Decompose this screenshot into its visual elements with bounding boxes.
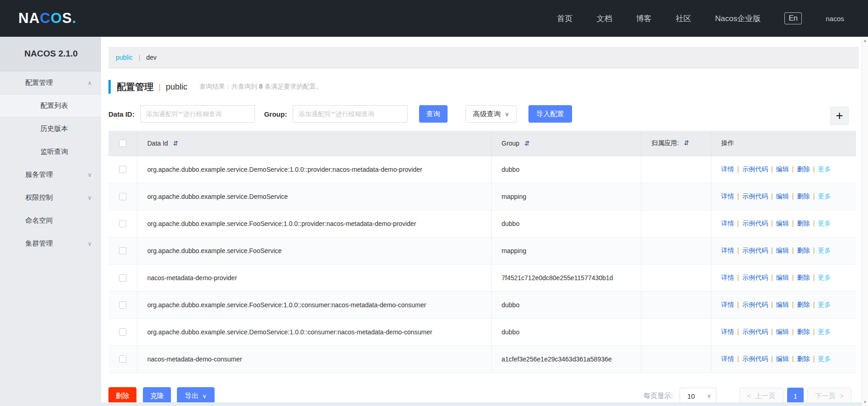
sidebar-item-label: 权限控制: [25, 193, 53, 202]
action-edit-link[interactable]: 编辑: [776, 274, 789, 281]
action-more-link[interactable]: 更多: [818, 192, 831, 200]
action-separator: |: [813, 247, 815, 254]
action-delete-link[interactable]: 删除: [797, 220, 810, 227]
add-config-button[interactable]: +: [830, 107, 849, 125]
query-button[interactable]: 查询: [419, 105, 448, 123]
nacos-logo[interactable]: NACOS.: [18, 10, 77, 27]
action-delete-link[interactable]: 删除: [797, 301, 810, 308]
action-example-code-link[interactable]: 示例代码: [742, 192, 768, 200]
action-detail-link[interactable]: 详情: [721, 328, 734, 335]
app-cell: [641, 264, 711, 291]
action-example-code-link[interactable]: 示例代码: [742, 328, 768, 335]
row-checkbox[interactable]: [119, 301, 126, 309]
action-delete-link[interactable]: 删除: [797, 355, 810, 362]
action-edit-link[interactable]: 编辑: [776, 301, 789, 308]
action-separator: |: [771, 247, 773, 254]
advanced-query-button[interactable]: 高级查询: [465, 105, 517, 123]
breadcrumb-namespace-dev[interactable]: dev: [146, 54, 157, 61]
nav-home[interactable]: 首页: [557, 13, 573, 24]
title-divider: |: [159, 82, 161, 92]
action-more-link[interactable]: 更多: [818, 355, 831, 362]
action-example-code-link[interactable]: 示例代码: [742, 165, 768, 173]
action-more-link[interactable]: 更多: [818, 165, 831, 173]
title-accent-bar: [108, 80, 111, 94]
horizontal-scrollbar[interactable]: [101, 402, 862, 406]
row-checkbox[interactable]: [119, 193, 126, 200]
sidebar-item-namespace[interactable]: 命名空间: [0, 209, 101, 232]
row-checkbox[interactable]: [119, 166, 126, 173]
sidebar-item-label: 配置列表: [40, 102, 68, 110]
action-more-link[interactable]: 更多: [818, 247, 831, 254]
action-more-link[interactable]: 更多: [818, 301, 831, 308]
language-toggle[interactable]: En: [784, 12, 802, 24]
action-example-code-link[interactable]: 示例代码: [742, 247, 768, 254]
action-detail-link[interactable]: 详情: [721, 274, 734, 281]
action-delete-link[interactable]: 删除: [797, 192, 810, 200]
import-config-button[interactable]: 导入配置: [528, 105, 572, 123]
prev-page-button[interactable]: 上一页: [739, 388, 783, 404]
app-cell: [641, 291, 711, 318]
actions-cell: 详情|示例代码|编辑|删除|更多: [711, 291, 856, 318]
sort-icon[interactable]: ⇵: [684, 139, 689, 147]
action-edit-link[interactable]: 编辑: [776, 247, 789, 254]
action-separator: |: [771, 355, 773, 362]
action-detail-link[interactable]: 详情: [721, 192, 734, 200]
group-cell: 7f4521c712e0dc80e255e11577430b1d: [491, 264, 641, 291]
sidebar-item-config-list[interactable]: 配置列表: [0, 94, 101, 117]
action-more-link[interactable]: 更多: [818, 274, 831, 281]
scroll-up-icon[interactable]: ▲: [862, 39, 868, 43]
next-page-button[interactable]: 下一页: [807, 388, 851, 404]
action-more-link[interactable]: 更多: [818, 220, 831, 227]
action-separator: |: [813, 165, 815, 173]
row-checkbox[interactable]: [119, 220, 126, 227]
action-detail-link[interactable]: 详情: [721, 301, 734, 308]
group-input[interactable]: [293, 105, 408, 123]
sidebar-item-service-management[interactable]: 服务管理∨: [0, 163, 101, 186]
scroll-down-icon[interactable]: ▼: [862, 400, 868, 404]
action-detail-link[interactable]: 详情: [721, 247, 734, 254]
nav-enterprise[interactable]: Nacos企业版: [715, 13, 760, 24]
sidebar-item-config-management[interactable]: 配置管理∧: [0, 71, 101, 94]
username[interactable]: nacos: [826, 15, 844, 23]
row-checkbox[interactable]: [119, 355, 126, 363]
action-edit-link[interactable]: 编辑: [776, 192, 789, 200]
action-more-link[interactable]: 更多: [818, 328, 831, 335]
app-cell: [641, 237, 711, 264]
row-checkbox[interactable]: [119, 274, 126, 282]
nav-blog[interactable]: 博客: [636, 13, 652, 24]
action-example-code-link[interactable]: 示例代码: [742, 301, 768, 308]
sort-icon[interactable]: ⇵: [173, 140, 179, 147]
action-delete-link[interactable]: 删除: [797, 165, 810, 173]
sort-icon[interactable]: ⇵: [524, 140, 530, 147]
actions-cell: 详情|示例代码|编辑|删除|更多: [711, 318, 856, 345]
action-delete-link[interactable]: 删除: [797, 328, 810, 335]
action-detail-link[interactable]: 详情: [721, 220, 734, 227]
row-checkbox[interactable]: [119, 328, 126, 336]
nav-community[interactable]: 社区: [675, 13, 691, 24]
action-edit-link[interactable]: 编辑: [776, 355, 789, 362]
action-delete-link[interactable]: 删除: [797, 247, 810, 254]
vertical-scrollbar[interactable]: ▲ ▼: [862, 37, 868, 406]
action-delete-link[interactable]: 删除: [797, 274, 810, 281]
sidebar-item-listening-query[interactable]: 监听查询: [0, 140, 101, 163]
breadcrumb-namespace[interactable]: public: [116, 54, 133, 61]
action-edit-link[interactable]: 编辑: [776, 328, 789, 335]
action-example-code-link[interactable]: 示例代码: [742, 355, 768, 362]
sidebar-item-cluster-management[interactable]: 集群管理∨: [0, 232, 101, 255]
data-id-input[interactable]: [140, 105, 255, 123]
action-detail-link[interactable]: 详情: [721, 165, 734, 173]
nav-docs[interactable]: 文档: [596, 13, 612, 24]
row-checkbox[interactable]: [119, 247, 126, 254]
table-row: org.apache.dubbo.example.service.FooServ…: [108, 291, 856, 318]
action-edit-link[interactable]: 编辑: [776, 165, 789, 173]
sidebar-item-history-versions[interactable]: 历史版本: [0, 117, 101, 140]
action-edit-link[interactable]: 编辑: [776, 220, 789, 227]
action-example-code-link[interactable]: 示例代码: [742, 274, 768, 281]
sidebar-item-permission-control[interactable]: 权限控制∨: [0, 186, 101, 209]
action-example-code-link[interactable]: 示例代码: [742, 220, 768, 227]
action-separator: |: [792, 192, 794, 200]
action-detail-link[interactable]: 详情: [721, 355, 734, 362]
current-page-button[interactable]: 1: [787, 388, 804, 404]
page-size-select[interactable]: 10 ∨: [680, 388, 716, 404]
select-all-checkbox[interactable]: [119, 140, 126, 147]
